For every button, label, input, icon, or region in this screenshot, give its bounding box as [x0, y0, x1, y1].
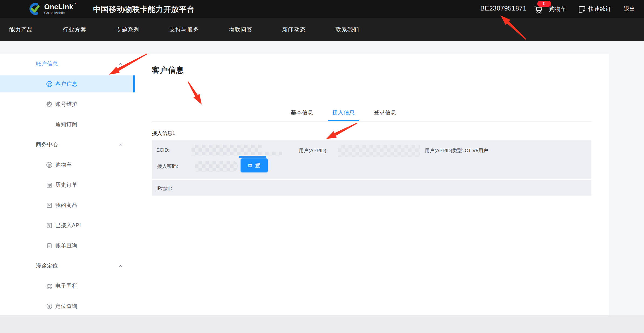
at-circle-icon: @ — [46, 161, 53, 168]
nav-item-capability-products[interactable]: 能力产品 — [9, 26, 33, 33]
sidebar: 账户信息 @客户信息账号维护通知订阅商务中心 @购物车历史订单我的商品已接入AP… — [0, 54, 135, 315]
onelink-logo[interactable]: OneLink™ China Mobile — [26, 2, 77, 16]
access-password-label: 接入密码: — [157, 163, 178, 169]
appid-type-field: 用户(APPID)类型: CT V5用户 — [425, 147, 488, 154]
main-nav: 能力产品行业方案专题系列支持与服务物联问答新闻动态联系我们 — [0, 18, 644, 41]
sidebar-item-bill-query[interactable]: 账单查询 — [0, 235, 135, 256]
tab-bar-divider — [152, 122, 591, 122]
page-title: 客户信息 — [152, 65, 184, 76]
tab-basic-info[interactable]: 基本信息 — [286, 106, 318, 121]
sidebar-group-label: 账户信息 — [36, 60, 58, 67]
censored-ecid-value-tail — [262, 152, 282, 155]
sidebar-item-order-history[interactable]: 历史订单 — [0, 175, 135, 195]
access-info-box: ECID: 用户(APPID): 用户(APPID)类型: CT V5用户 接入… — [152, 140, 591, 179]
nav-item-news[interactable]: 新闻动态 — [282, 26, 306, 33]
censored-blue-strip — [239, 156, 266, 158]
ip-address-label: IP地址: — [156, 185, 172, 192]
top-header: OneLink™ China Mobile 中国移动物联卡能力开放平台 BE23… — [0, 0, 644, 18]
sidebar-item-label: 电子围栏 — [55, 282, 77, 290]
tab-login-info[interactable]: 登录信息 — [369, 106, 401, 121]
account-id[interactable]: BE2307951871 — [480, 5, 527, 12]
censored-ecid-value — [191, 145, 262, 155]
sidebar-group-mantu-location[interactable]: 漫途定位 — [0, 256, 135, 276]
history-icon — [46, 182, 53, 189]
nav-item-special-series[interactable]: 专题系列 — [116, 26, 140, 33]
bill-icon — [46, 242, 53, 249]
sidebar-group-label: 商务中心 — [36, 141, 58, 148]
sidebar-item-label: 账号维护 — [55, 100, 77, 108]
reset-password-button[interactable]: 重 置 — [241, 158, 268, 172]
content-card: 客户信息 基本信息接入信息登录信息 接入信息1 ECID: 用户(APPID):… — [135, 54, 609, 315]
site-title: 中国移动物联卡能力开放平台 — [93, 4, 195, 15]
censored-password-value — [195, 161, 238, 172]
sidebar-item-label: 已接入API — [55, 222, 81, 229]
page-footer-strip — [0, 315, 644, 333]
sidebar-item-label: 购物车 — [55, 161, 72, 168]
logout-button[interactable]: 退出 — [624, 5, 635, 13]
svg-text:@: @ — [47, 82, 51, 86]
sidebar-item-label: 定位查询 — [55, 303, 77, 310]
sidebar-item-shopping-cart[interactable]: @购物车 — [0, 155, 135, 175]
sidebar-item-location-query[interactable]: 定位查询 — [0, 296, 135, 316]
fence-icon — [46, 283, 53, 290]
sidebar-item-label: 我的商品 — [55, 202, 77, 209]
censored-appid-value — [338, 145, 420, 157]
sidebar-item-connected-api[interactable]: 已接入API — [0, 215, 135, 235]
chevron-up-icon — [118, 263, 124, 269]
chevron-up-icon — [118, 61, 124, 67]
access-info-section-title: 接入信息1 — [152, 130, 175, 137]
api-icon — [46, 222, 53, 229]
cart-label[interactable]: 购物车 — [549, 5, 566, 13]
sidebar-item-notification-subscribe[interactable]: 通知订阅 — [0, 114, 135, 134]
sidebar-item-geo-fence[interactable]: 电子围栏 — [0, 276, 135, 296]
at-circle-icon: @ — [46, 81, 53, 88]
logo-subtitle: China Mobile — [44, 11, 77, 15]
location-icon — [46, 303, 53, 310]
sidebar-item-label: 客户信息 — [55, 80, 77, 88]
sidebar-item-label: 通知订阅 — [55, 121, 77, 128]
svg-text:@: @ — [47, 163, 51, 167]
nav-item-iot-qa[interactable]: 物联问答 — [229, 26, 252, 33]
sidebar-item-label: 账单查询 — [55, 242, 77, 249]
sidebar-item-customer-info[interactable]: @客户信息 — [0, 74, 135, 94]
logo-trademark: ™ — [73, 2, 77, 6]
nav-item-support-services[interactable]: 支持与服务 — [169, 26, 199, 33]
gear-icon — [46, 101, 53, 108]
quick-renew-label[interactable]: 快速续订 — [588, 5, 611, 13]
sidebar-item-my-goods[interactable]: 我的商品 — [0, 195, 135, 215]
tab-bar: 基本信息接入信息登录信息 — [286, 106, 411, 121]
onelink-logo-icon — [26, 2, 42, 16]
sidebar-group-business-center[interactable]: 商务中心 — [0, 134, 135, 155]
appid-type-value: CT V5用户 — [465, 148, 488, 153]
ip-address-box: IP地址: — [152, 180, 591, 196]
appid-label: 用户(APPID): — [299, 147, 328, 154]
nav-item-industry-solutions[interactable]: 行业方案 — [63, 26, 86, 33]
sidebar-item-account-maintenance[interactable]: 账号维护 — [0, 94, 135, 114]
nav-item-contact-us[interactable]: 联系我们 — [335, 26, 359, 33]
sidebar-item-label: 历史订单 — [55, 181, 77, 189]
sidebar-group-label: 漫途定位 — [36, 262, 58, 269]
ecid-label: ECID: — [156, 147, 169, 153]
quick-renew-icon[interactable] — [578, 5, 586, 13]
logo-brand: OneLink — [44, 3, 73, 11]
goods-icon — [46, 202, 53, 209]
sidebar-group-account-info[interactable]: 账户信息 — [0, 54, 135, 74]
chevron-up-icon — [118, 142, 124, 148]
main-nav-list: 能力产品行业方案专题系列支持与服务物联问答新闻动态联系我们 — [0, 18, 644, 41]
tab-access-info[interactable]: 接入信息 — [328, 106, 359, 121]
appid-type-label: 用户(APPID)类型: — [425, 148, 463, 153]
